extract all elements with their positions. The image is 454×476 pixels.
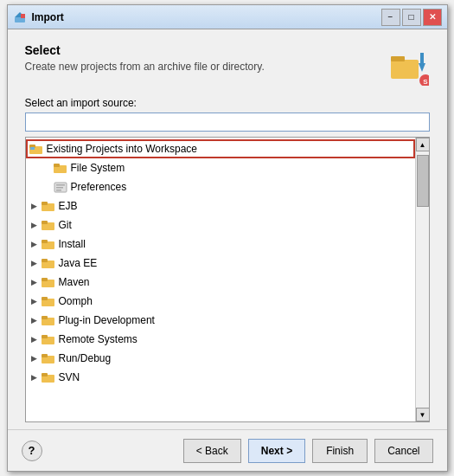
folder-icon-git: [42, 219, 55, 231]
toggle-install: ▶: [29, 239, 40, 249]
scrollbar-up-button[interactable]: ▲: [416, 138, 430, 151]
svg-rect-29: [42, 297, 48, 300]
tree-item-install[interactable]: ▶ Install: [26, 235, 415, 254]
svg-rect-27: [42, 278, 48, 281]
svg-rect-17: [56, 190, 61, 191]
tree-item-existing-label: Existing Projects into Workspace: [47, 143, 198, 155]
tree-item-preferences[interactable]: Preferences: [26, 177, 415, 196]
svg-rect-3: [391, 60, 419, 79]
svg-rect-4: [391, 56, 405, 61]
svg-rect-15: [56, 184, 65, 186]
tree-list[interactable]: Existing Projects into Workspace File Sy…: [26, 138, 415, 421]
folder-icon-maven: [42, 276, 55, 288]
toggle-git: ▶: [29, 220, 40, 230]
title-buttons: − □ ✕: [381, 9, 442, 26]
toggle-oomph: ▶: [29, 296, 40, 306]
toggle-maven: ▶: [29, 277, 40, 287]
tree-item-javaee[interactable]: ▶ Java EE: [26, 254, 415, 273]
tree-item-javaee-label: Java EE: [59, 257, 98, 269]
import-icon-svg: S: [387, 44, 429, 86]
dialog-content: Select Create new projects from an archi…: [8, 29, 447, 429]
tree-item-ejb[interactable]: ▶ EJB: [26, 196, 415, 215]
tree-item-filesystem-label: File System: [71, 162, 125, 174]
svg-rect-13: [54, 164, 60, 167]
header-section: Select Create new projects from an archi…: [25, 43, 430, 87]
action-buttons: < Back Next > Finish Cancel: [183, 439, 433, 463]
folder-icon-ejb: [42, 200, 55, 212]
svg-rect-21: [42, 221, 48, 224]
tree-item-plugindev-label: Plug-in Development: [59, 314, 155, 326]
svg-rect-37: [42, 373, 48, 376]
folder-icon-svn: [42, 371, 55, 383]
svg-rect-6: [420, 53, 424, 65]
tree-item-oomph[interactable]: ▶ Oomph: [26, 292, 415, 311]
minimize-button[interactable]: −: [381, 9, 400, 26]
header-icon: S: [387, 43, 430, 87]
toggle-rundebug: ▶: [29, 353, 40, 363]
dialog-title: Select: [25, 43, 265, 57]
help-area: ?: [22, 441, 42, 461]
tree-item-maven-label: Maven: [59, 276, 90, 288]
svg-rect-16: [56, 187, 63, 189]
tree-item-oomph-label: Oomph: [59, 295, 93, 307]
scrollbar-thumb[interactable]: [417, 155, 429, 207]
toggle-ejb: ▶: [29, 201, 40, 211]
help-button[interactable]: ?: [22, 441, 42, 461]
svg-rect-33: [42, 335, 48, 338]
folder-icon-filesystem: [54, 162, 67, 174]
svg-rect-11: [30, 147, 35, 150]
window-title: Import: [32, 11, 64, 23]
cancel-button[interactable]: Cancel: [374, 439, 432, 463]
svg-text:S: S: [423, 78, 428, 86]
folder-icon-plugindev: [42, 314, 55, 326]
svg-rect-35: [42, 354, 48, 357]
restore-button[interactable]: □: [402, 9, 421, 26]
folder-icon-remote: [42, 333, 55, 345]
svg-rect-19: [42, 202, 48, 205]
folder-icon-rundebug: [42, 352, 55, 364]
bottom-bar: ? < Back Next > Finish Cancel: [8, 429, 447, 471]
tree-item-filesystem[interactable]: File System: [26, 158, 415, 177]
tree-item-svn-label: SVN: [59, 371, 80, 383]
toggle-svn: ▶: [29, 372, 40, 383]
toggle-filesystem: [29, 163, 40, 173]
tree-item-git[interactable]: ▶ Git: [26, 215, 415, 235]
source-label: Select an import source:: [25, 97, 430, 109]
tree-item-svn[interactable]: ▶ SVN: [26, 368, 415, 387]
back-button[interactable]: < Back: [183, 439, 241, 463]
dialog-subtitle: Create new projects from an archive file…: [25, 61, 265, 73]
header-text: Select Create new projects from an archi…: [25, 43, 265, 73]
tree-item-ejb-label: EJB: [59, 200, 78, 212]
tree-item-rundebug[interactable]: ▶ Run/Debug: [26, 349, 415, 368]
tree-item-rundebug-label: Run/Debug: [59, 352, 112, 364]
title-bar-left: Import: [13, 10, 64, 24]
search-input[interactable]: [25, 113, 430, 132]
tree-item-maven[interactable]: ▶ Maven: [26, 273, 415, 292]
next-button[interactable]: Next >: [248, 439, 305, 463]
tree-item-remote[interactable]: ▶ Remote Systems: [26, 330, 415, 349]
window-icon: [13, 10, 27, 24]
folder-icon-install: [42, 238, 55, 250]
folder-icon-oomph: [42, 295, 55, 307]
close-button[interactable]: ✕: [423, 9, 442, 26]
tree-scrollbar[interactable]: ▲ ▼: [415, 138, 429, 421]
folder-icon-preferences: [54, 181, 67, 193]
import-window: Import − □ ✕ Select Create new projects …: [7, 4, 448, 472]
scrollbar-down-button[interactable]: ▼: [416, 408, 430, 421]
title-bar: Import − □ ✕: [8, 5, 447, 29]
tree-item-plugindev[interactable]: ▶ Plug-in Development: [26, 311, 415, 330]
toggle-javaee: ▶: [29, 258, 40, 268]
tree-item-preferences-label: Preferences: [71, 181, 127, 193]
folder-icon-javaee: [42, 257, 55, 269]
tree-item-existing[interactable]: Existing Projects into Workspace: [26, 139, 415, 158]
tree-container: Existing Projects into Workspace File Sy…: [25, 137, 430, 422]
toggle-preferences: [29, 182, 40, 192]
tree-item-git-label: Git: [59, 219, 72, 231]
finish-button[interactable]: Finish: [312, 439, 368, 463]
svg-rect-23: [42, 240, 48, 243]
toggle-plugindev: ▶: [29, 315, 40, 325]
toggle-remote: ▶: [29, 334, 40, 344]
tree-item-remote-label: Remote Systems: [59, 333, 137, 345]
svg-rect-31: [42, 316, 48, 319]
svg-rect-2: [21, 14, 25, 18]
